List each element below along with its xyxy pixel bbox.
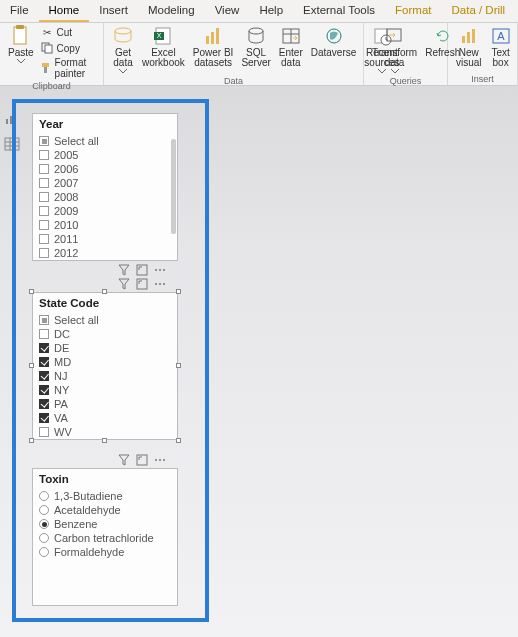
slicer-option[interactable]: 2005 [39, 148, 171, 162]
slicer-option[interactable]: 2012 [39, 246, 171, 260]
tab-modeling[interactable]: Modeling [138, 0, 205, 22]
checkbox[interactable] [39, 385, 49, 395]
checkbox[interactable] [39, 248, 49, 258]
filter-icon[interactable] [118, 264, 130, 276]
checkbox[interactable] [39, 329, 49, 339]
svg-rect-4 [42, 63, 49, 67]
report-canvas[interactable]: Year Select all2005200620072008200920102… [0, 97, 518, 637]
radio[interactable] [39, 519, 49, 529]
tab-help[interactable]: Help [249, 0, 293, 22]
radio[interactable] [39, 547, 49, 557]
checkbox[interactable] [39, 343, 49, 353]
radio[interactable] [39, 491, 49, 501]
filter-icon[interactable] [118, 454, 130, 466]
radio[interactable] [39, 505, 49, 515]
focus-mode-icon[interactable] [136, 264, 148, 276]
svg-point-43 [163, 459, 165, 461]
svg-rect-21 [467, 32, 470, 43]
scrollbar-thumb[interactable] [171, 139, 176, 234]
checkbox[interactable] [39, 136, 49, 146]
option-label: Select all [54, 314, 99, 326]
tab-home[interactable]: Home [39, 0, 90, 22]
slicer-option[interactable]: PA [39, 397, 171, 411]
slicer-option[interactable]: Formaldehyde [39, 545, 171, 559]
get-data-icon [112, 25, 134, 47]
option-label: Acetaldehyde [54, 504, 121, 516]
checkbox[interactable] [39, 413, 49, 423]
more-icon[interactable] [154, 454, 166, 466]
tab-insert[interactable]: Insert [89, 0, 138, 22]
checkbox[interactable] [39, 357, 49, 367]
slicer-title: Year [33, 114, 177, 134]
svg-point-34 [159, 269, 161, 271]
slicer-option[interactable]: Select all [39, 313, 171, 327]
checkbox[interactable] [39, 371, 49, 381]
slicer-option[interactable]: 2011 [39, 232, 171, 246]
checkbox[interactable] [39, 234, 49, 244]
focus-mode-icon[interactable] [136, 454, 148, 466]
option-label: 2007 [54, 177, 78, 189]
radio[interactable] [39, 533, 49, 543]
slicer-option[interactable]: NY [39, 383, 171, 397]
slicer-option[interactable]: 2010 [39, 218, 171, 232]
tab-view[interactable]: View [205, 0, 250, 22]
dataverse-button[interactable]: Dataverse [307, 23, 361, 76]
checkbox[interactable] [39, 220, 49, 230]
slicer-option[interactable]: 2008 [39, 190, 171, 204]
option-label: Select all [54, 135, 99, 147]
new-visual-button[interactable]: New visual [452, 23, 486, 74]
slicer-option[interactable]: NJ [39, 369, 171, 383]
checkbox[interactable] [39, 399, 49, 409]
slicer-toxin[interactable]: Toxin 1,3-ButadieneAcetaldehydeBenzeneCa… [32, 468, 178, 606]
sql-server-button[interactable]: SQL Server [237, 23, 274, 76]
slicer-option[interactable]: DC [39, 327, 171, 341]
more-icon[interactable] [154, 264, 166, 276]
powerbi-icon [202, 25, 224, 47]
format-painter-button[interactable]: Format painter [40, 57, 97, 79]
cut-button[interactable]: ✂Cut [40, 25, 97, 39]
slicer-option[interactable]: DE [39, 341, 171, 355]
svg-rect-20 [462, 36, 465, 43]
slicer-option[interactable]: Carbon tetrachloride [39, 531, 171, 545]
tab-external-tools[interactable]: External Tools [293, 0, 385, 22]
slicer-option[interactable]: Select all [39, 134, 171, 148]
slicer-option[interactable]: 2007 [39, 176, 171, 190]
slicer-state-code[interactable]: State Code Select allDCDEMDNJNYPAVAWV [32, 292, 178, 440]
slicer-option[interactable]: 2006 [39, 162, 171, 176]
powerbi-datasets-button[interactable]: Power BI datasets [189, 23, 238, 76]
filter-icon[interactable] [118, 278, 130, 290]
slicer-option[interactable]: WV [39, 425, 171, 439]
option-label: WV [54, 426, 72, 438]
checkbox[interactable] [39, 427, 49, 437]
checkbox[interactable] [39, 206, 49, 216]
text-box-button[interactable]: AText box [486, 23, 516, 74]
svg-rect-11 [211, 32, 214, 44]
tab-format[interactable]: Format [385, 0, 441, 22]
enter-data-button[interactable]: Enter data [275, 23, 307, 76]
svg-rect-5 [44, 67, 47, 73]
checkbox[interactable] [39, 315, 49, 325]
slicer-option[interactable]: MD [39, 355, 171, 369]
sql-icon [245, 25, 267, 47]
tab-file[interactable]: File [0, 0, 39, 22]
paste-button[interactable]: Paste [4, 23, 38, 81]
svg-text:A: A [497, 30, 505, 42]
more-icon[interactable] [154, 278, 166, 290]
checkbox[interactable] [39, 150, 49, 160]
slicer-option[interactable]: Benzene [39, 517, 171, 531]
transform-data-button[interactable]: Transform data [368, 23, 421, 76]
copy-button[interactable]: Copy [40, 41, 97, 55]
get-data-button[interactable]: Get data [108, 23, 138, 76]
focus-mode-icon[interactable] [136, 278, 148, 290]
excel-workbook-button[interactable]: XExcel workbook [138, 23, 189, 76]
checkbox[interactable] [39, 164, 49, 174]
tab-data-drill[interactable]: Data / Drill [441, 0, 515, 22]
slicer-option[interactable]: VA [39, 411, 171, 425]
group-label-insert: Insert [452, 74, 513, 85]
slicer-option[interactable]: Acetaldehyde [39, 503, 171, 517]
checkbox[interactable] [39, 192, 49, 202]
checkbox[interactable] [39, 178, 49, 188]
slicer-option[interactable]: 1,3-Butadiene [39, 489, 171, 503]
slicer-option[interactable]: 2009 [39, 204, 171, 218]
slicer-year[interactable]: Year Select all2005200620072008200920102… [32, 113, 178, 261]
